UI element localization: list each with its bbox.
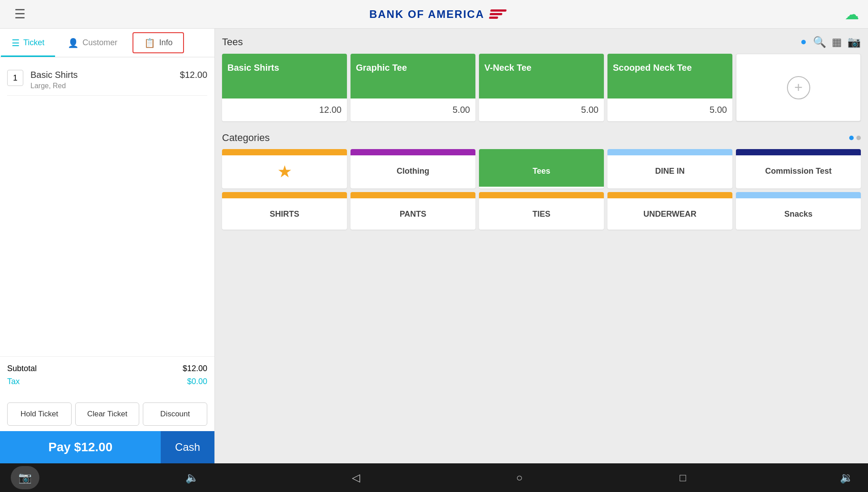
product-price-2: 5.00 (479, 98, 604, 121)
main-content: ☰ Ticket 👤 Customer 📋 Info 1 Basic Shirt… (0, 29, 868, 463)
item-details: Basic Shirts Large, Red (30, 70, 173, 90)
add-icon: + (787, 76, 810, 99)
category-shirts[interactable]: SHIRTS (222, 192, 347, 230)
cat-body-pants: PANTS (351, 198, 475, 230)
cat-dot-1 (849, 136, 854, 140)
cat-top-tees (479, 149, 604, 155)
cat-body-favorites: ★ (222, 155, 347, 188)
tab-customer-label: Customer (82, 38, 117, 47)
clear-ticket-button[interactable]: Clear Ticket (75, 402, 140, 426)
discount-button[interactable]: Discount (143, 402, 207, 426)
volume-down-button[interactable]: 🔈 (181, 467, 203, 488)
category-favorites[interactable]: ★ (222, 149, 347, 188)
stripe-3 (489, 17, 498, 19)
product-actions: 🔍 ▦ 📷 (813, 36, 861, 48)
product-card-3[interactable]: Scooped Neck Tee 5.00 (607, 54, 732, 121)
cat-body-commission: Commission Test (736, 155, 861, 187)
cat-body-clothing: Clothing (351, 155, 475, 187)
tax-value: $0.00 (187, 377, 207, 386)
dot-active (801, 40, 806, 44)
cat-top-dine-in (607, 149, 732, 155)
camera-button[interactable]: 📷 (847, 36, 861, 48)
search-button[interactable]: 🔍 (813, 36, 826, 48)
tab-info[interactable]: 📋 Info (133, 32, 184, 53)
products-section: Tees 🔍 ▦ 📷 Basic Shirts (215, 29, 868, 125)
product-card-header-2: V-Neck Tee (479, 54, 604, 98)
logo-text: BANK OF AMERICA (369, 8, 484, 21)
product-name-0: Basic Shirts (227, 63, 279, 73)
info-icon: 📋 (144, 38, 155, 48)
tab-ticket-label: Ticket (23, 38, 44, 47)
left-panel: ☰ Ticket 👤 Customer 📋 Info 1 Basic Shirt… (0, 29, 215, 463)
products-title: Tees (222, 36, 243, 48)
tax-label: Tax (7, 377, 20, 386)
product-card-header-3: Scooped Neck Tee (607, 54, 732, 98)
categories-title: Categories (222, 132, 269, 144)
cat-top-snacks (736, 192, 861, 198)
category-clothing[interactable]: Clothing (351, 149, 475, 188)
cat-top-shirts (222, 192, 347, 198)
product-name-2: V-Neck Tee (484, 63, 531, 73)
cat-top-pants (351, 192, 475, 198)
category-ties[interactable]: TIES (479, 192, 604, 230)
cat-top-favorites (222, 149, 347, 155)
item-price: $12.00 (180, 70, 207, 80)
ticket-items: 1 Basic Shirts Large, Red $12.00 (0, 57, 214, 356)
cloud-icon: ☁ (845, 6, 859, 23)
star-icon: ★ (278, 163, 291, 180)
categories-pagination (849, 136, 861, 140)
category-snacks[interactable]: Snacks (736, 192, 861, 230)
item-quantity[interactable]: 1 (7, 70, 23, 86)
product-card-header-0: Basic Shirts (222, 54, 347, 98)
camera-pill-button[interactable]: 📷 (11, 466, 39, 489)
bottom-nav: 📷 🔈 ◁ ○ □ 🔉 (0, 463, 868, 492)
tax-row: Tax $0.00 (7, 377, 207, 386)
product-card-0[interactable]: Basic Shirts 12.00 (222, 54, 347, 121)
stripe-1 (490, 9, 507, 12)
tab-customer[interactable]: 👤 Customer (56, 29, 129, 57)
product-price-1: 5.00 (351, 98, 475, 121)
subtotal-row: Subtotal $12.00 (7, 364, 207, 373)
cat-top-commission (736, 149, 861, 155)
pay-button[interactable]: Pay $12.00 (0, 431, 161, 463)
product-price-3: 5.00 (607, 98, 732, 121)
hold-ticket-button[interactable]: Hold Ticket (7, 402, 72, 426)
stripe-2 (490, 13, 503, 15)
customer-icon: 👤 (68, 38, 79, 48)
menu-button[interactable]: ☰ (9, 4, 30, 25)
category-dine-in[interactable]: DINE IN (607, 149, 732, 188)
product-card-1[interactable]: Graphic Tee 5.00 (351, 54, 475, 121)
product-grid: Basic Shirts 12.00 Graphic Tee 5.00 V-Ne… (222, 54, 861, 121)
tab-info-label: Info (159, 38, 172, 47)
cat-dot-2 (856, 136, 861, 140)
cat-body-dine-in: DINE IN (607, 155, 732, 187)
categories-grid: ★ Clothing Tees DINE IN (222, 149, 861, 230)
grid-view-button[interactable]: ▦ (832, 36, 842, 48)
tab-ticket[interactable]: ☰ Ticket (0, 29, 56, 57)
cat-body-snacks: Snacks (736, 198, 861, 230)
totals-section: Subtotal $12.00 Tax $0.00 (0, 356, 214, 397)
volume-up-button[interactable]: 🔉 (836, 467, 857, 488)
category-commission[interactable]: Commission Test (736, 149, 861, 188)
cash-button[interactable]: Cash (161, 431, 214, 463)
product-card-2[interactable]: V-Neck Tee 5.00 (479, 54, 604, 121)
subtotal-label: Subtotal (7, 364, 37, 373)
category-pants[interactable]: PANTS (351, 192, 475, 230)
cat-body-shirts: SHIRTS (222, 198, 347, 230)
right-panel: Tees 🔍 ▦ 📷 Basic Shirts (215, 29, 868, 463)
product-price-0: 12.00 (222, 98, 347, 121)
category-tees[interactable]: Tees (479, 149, 604, 188)
cat-body-tees: Tees (479, 155, 604, 187)
category-underwear[interactable]: UNDERWEAR (607, 192, 732, 230)
back-button[interactable]: ◁ (345, 467, 367, 488)
add-product-button[interactable]: + (736, 54, 861, 121)
ticket-item-row[interactable]: 1 Basic Shirts Large, Red $12.00 (7, 64, 207, 96)
categories-header: Categories (222, 132, 861, 144)
home-button[interactable]: ○ (509, 467, 530, 488)
action-buttons: Hold Ticket Clear Ticket Discount (0, 397, 214, 431)
recent-apps-button[interactable]: □ (672, 467, 694, 488)
camera-pill-icon: 📷 (18, 471, 32, 484)
item-name: Basic Shirts (30, 70, 173, 80)
cat-top-underwear (607, 192, 732, 198)
top-bar: ☰ BANK OF AMERICA ☁ (0, 0, 868, 29)
